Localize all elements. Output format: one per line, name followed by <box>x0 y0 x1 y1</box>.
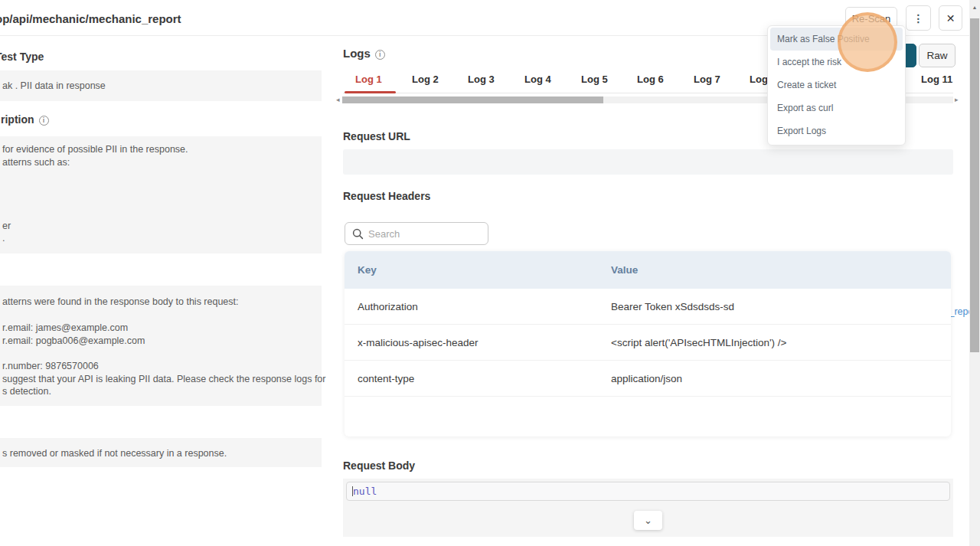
page-scrollbar-track[interactable]: ▲ <box>969 0 980 546</box>
logs-heading: Logsi <box>343 47 385 60</box>
findings-line: suggest that your API is leaking PII dat… <box>2 374 325 384</box>
findings-box: atterns were found in the response body … <box>0 286 322 406</box>
tab-scroll-left-icon[interactable]: ◂ <box>336 96 340 103</box>
description-heading: riptioni <box>1 113 49 126</box>
tab-log-7[interactable]: Log 7 <box>694 74 720 85</box>
kebab-menu-button[interactable]: ⋮ <box>906 5 931 31</box>
request-headers-heading: Request Headers <box>343 190 430 202</box>
test-type-heading: Test Type <box>0 51 44 63</box>
findings-line: r.email: james@example.com <box>2 322 128 333</box>
description-box: for evidence of possible PII in the resp… <box>0 136 322 253</box>
search-input[interactable] <box>345 223 488 244</box>
header-key: content-type <box>358 373 414 384</box>
request-body-editor-line[interactable]: null <box>346 482 950 501</box>
description-line: atterns such as: <box>2 157 70 168</box>
header-value: application/json <box>611 373 682 384</box>
description-line: for evidence of possible PII in the resp… <box>2 144 188 155</box>
page-title: op/api/mechanic/mechanic_report <box>0 12 181 25</box>
tab-scroll-right-icon[interactable]: ▸ <box>955 96 959 103</box>
issue-detail-window: op/api/mechanic/mechanic_report Re-Scan … <box>0 0 980 546</box>
tab-log-3[interactable]: Log 3 <box>468 74 495 85</box>
header-key: x-malicious-apisec-header <box>358 337 479 348</box>
raw-view-button[interactable]: Raw <box>919 44 956 67</box>
header-value: Bearer Token xSdsdsds-sd <box>611 301 734 312</box>
tab-log-4[interactable]: Log 4 <box>524 74 551 85</box>
search-box <box>345 222 488 245</box>
column-header-key: Key <box>358 264 377 276</box>
request-body-value: null <box>353 486 377 497</box>
findings-line: r.email: pogba006@example.com <box>2 335 145 346</box>
request-body-box: null ⌄ <box>343 479 953 537</box>
table-row: content-type application/json <box>345 361 951 397</box>
column-header-value: Value <box>611 264 638 276</box>
expand-body-button[interactable]: ⌄ <box>634 511 662 530</box>
table-header-row: Key Value <box>345 251 951 289</box>
menu-item-mark-false-positive[interactable]: Mark as False Positive <box>770 28 903 51</box>
menu-item-export-curl[interactable]: Export as curl <box>770 96 903 119</box>
tab-log-6[interactable]: Log 6 <box>637 74 664 85</box>
page-scrollbar-thumb[interactable] <box>970 18 979 352</box>
test-type-value: ak . PII data in response <box>2 80 106 91</box>
close-icon: ✕ <box>946 12 956 25</box>
findings-line: atterns were found in the response body … <box>2 296 239 307</box>
kebab-dropdown-menu: Mark as False Positive I accept the risk… <box>767 25 906 145</box>
test-type-value-box: ak . PII data in response <box>0 70 322 101</box>
description-line: . <box>2 233 5 244</box>
menu-item-export-logs[interactable]: Export Logs <box>770 119 903 142</box>
tabs-scrollbar-thumb[interactable] <box>342 96 603 103</box>
info-icon: i <box>39 116 49 126</box>
table-row: Authorization Bearer Token xSdsdsds-sd <box>345 289 951 325</box>
chevron-down-icon: ⌄ <box>644 515 652 526</box>
remediation-box: s removed or masked if not necessary in … <box>0 438 322 467</box>
findings-line: r.number: 9876570006 <box>2 361 99 371</box>
info-icon: i <box>375 50 385 60</box>
table-row: x-malicious-apisec-header <script alert(… <box>345 325 951 361</box>
scroll-up-icon[interactable]: ▲ <box>969 5 980 10</box>
description-line: er <box>2 221 11 231</box>
request-body-heading: Request Body <box>343 459 415 472</box>
tab-log-2[interactable]: Log 2 <box>412 74 439 85</box>
tab-log-5[interactable]: Log 5 <box>581 74 608 85</box>
menu-item-create-ticket[interactable]: Create a ticket <box>770 74 903 96</box>
rescan-button-label: Re-Scan <box>852 13 891 25</box>
menu-item-accept-risk[interactable]: I accept the risk <box>770 51 903 74</box>
header-value: <script alert('APIsecHTMLInjection') /> <box>611 337 786 348</box>
remediation-line: s removed or masked if not necessary in … <box>2 448 227 459</box>
tab-log-1[interactable]: Log 1 <box>355 74 382 85</box>
request-url-box: GET: http://crapi.apisec.ai/workshop/api… <box>343 149 953 175</box>
kebab-icon: ⋮ <box>913 12 924 25</box>
tab-log-11[interactable]: Log 11 <box>921 74 952 85</box>
request-url-heading: Request URL <box>343 130 410 142</box>
active-tab-underline <box>345 91 396 93</box>
raw-view-label: Raw <box>926 50 947 61</box>
close-button[interactable]: ✕ <box>939 5 962 31</box>
request-body-value-wrap: null <box>352 486 377 497</box>
request-headers-table: Key Value Authorization Bearer Token xSd… <box>345 251 951 436</box>
header-key: Authorization <box>358 301 418 312</box>
findings-line: s detection. <box>2 386 51 397</box>
